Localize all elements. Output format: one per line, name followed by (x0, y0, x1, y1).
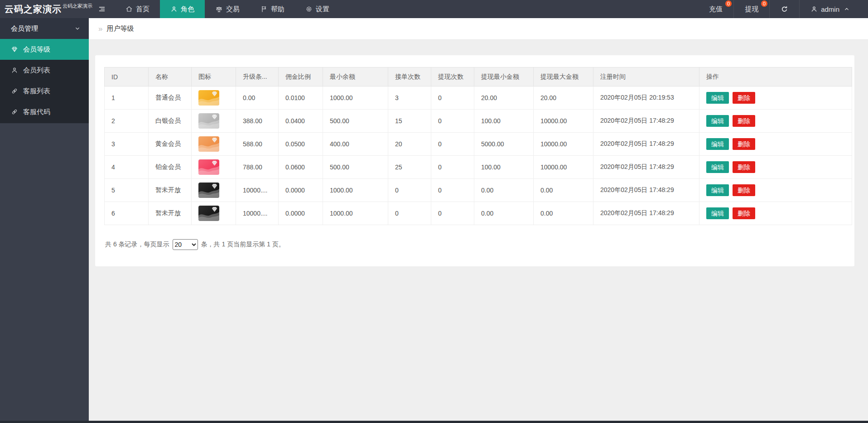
row-min-balance: 500.00 (323, 110, 388, 133)
delete-button[interactable]: 删除 (733, 92, 755, 104)
row-id: 6 (105, 202, 149, 225)
row-actions: 编辑删除 (699, 179, 852, 202)
sidebar-item-service-list[interactable]: 客服列表 (0, 81, 89, 101)
row-reg-time: 2020年02月05日 17:48:29 (593, 133, 699, 156)
scales-icon (215, 5, 223, 13)
sidebar-item-label: 会员等级 (23, 45, 50, 54)
top-nav-item-label: 帮助 (271, 5, 285, 14)
top-nav-item-roles[interactable]: 角色 (160, 0, 205, 18)
topbar-right: 充值0提现0admin (698, 0, 868, 18)
user-icon (11, 67, 18, 74)
row-commission: 0.0000 (279, 202, 323, 225)
row-icon-cell (192, 110, 236, 133)
column-header: 名称 (149, 67, 192, 87)
top-nav-item-settings[interactable]: 设置 (295, 0, 340, 18)
edit-button[interactable]: 编辑 (706, 161, 729, 173)
row-commission: 0.0400 (279, 110, 323, 133)
row-icon-cell (192, 202, 236, 225)
edit-button[interactable]: 编辑 (706, 207, 729, 220)
chevron-up-icon (844, 6, 850, 12)
app-logo: 云码之家演示 云码之家演示 (0, 0, 89, 18)
silver-card-icon (198, 113, 219, 129)
row-name: 白银会员 (149, 110, 192, 133)
sidebar-group-member-management[interactable]: 会员管理 (0, 18, 89, 39)
topbar-item-withdraw[interactable]: 提现0 (733, 0, 769, 18)
top-nav-item-label: 设置 (316, 5, 329, 14)
topbar-item-label: admin (821, 5, 839, 13)
delete-button[interactable]: 删除 (733, 207, 755, 220)
row-order-count: 15 (388, 110, 431, 133)
row-reg-time: 2020年02月05日 17:48:29 (593, 110, 699, 133)
row-name: 黄金会员 (149, 133, 192, 156)
row-withdraw-count: 0 (431, 202, 474, 225)
topbar-item-refresh[interactable] (769, 0, 799, 18)
logo-text: 云码之家演示 (5, 3, 62, 15)
topbar-item-admin[interactable]: admin (799, 0, 861, 18)
sidebar-item-label: 客服列表 (23, 87, 50, 96)
black-card-icon (198, 183, 219, 198)
row-id: 4 (105, 156, 149, 179)
row-withdraw-count: 0 (431, 87, 474, 110)
table-row: 1普通会员0.000.01001000.003020.0020.002020年0… (105, 87, 852, 110)
row-withdraw-max: 0.00 (534, 179, 593, 202)
row-withdraw-count: 0 (431, 133, 474, 156)
row-withdraw-max: 10000.00 (534, 156, 593, 179)
row-withdraw-count: 0 (431, 110, 474, 133)
top-nav-item-help[interactable]: 帮助 (250, 0, 295, 18)
table-row: 5暂未开放10000....0.00001000.00000.000.00202… (105, 179, 852, 202)
row-withdraw-max: 0.00 (534, 202, 593, 225)
column-header: 升级条... (236, 67, 279, 87)
sidebar-item-member-level[interactable]: 会员等级 (0, 39, 89, 60)
row-order-count: 0 (388, 179, 431, 202)
row-icon-cell (192, 156, 236, 179)
sidebar-item-service-code[interactable]: 客服代码 (0, 101, 89, 122)
row-id: 1 (105, 87, 149, 110)
row-name: 铂金会员 (149, 156, 192, 179)
gem-icon (11, 46, 18, 53)
row-withdraw-count: 0 (431, 179, 474, 202)
row-name: 普通会员 (149, 87, 192, 110)
edit-button[interactable]: 编辑 (706, 92, 729, 104)
edit-button[interactable]: 编辑 (706, 115, 729, 127)
row-commission: 0.0100 (279, 87, 323, 110)
row-order-count: 20 (388, 133, 431, 156)
row-reg-time: 2020年02月05日 17:48:29 (593, 156, 699, 179)
row-icon-cell (192, 87, 236, 110)
row-min-balance: 1000.00 (323, 202, 388, 225)
row-withdraw-count: 0 (431, 156, 474, 179)
notification-badge: 0 (725, 0, 732, 7)
top-nav-item-trades[interactable]: 交易 (205, 0, 250, 18)
table-row: 3黄金会员588.000.0500400.002005000.0010000.0… (105, 133, 852, 156)
row-name: 暂未开放 (149, 202, 192, 225)
row-withdraw-min: 100.00 (474, 110, 534, 133)
topbar-item-recharge[interactable]: 充值0 (698, 0, 733, 18)
top-nav-item-home[interactable]: 首页 (115, 0, 160, 18)
row-reg-time: 2020年02月05日 20:19:53 (593, 87, 699, 110)
column-header: 操作 (699, 67, 852, 87)
delete-button[interactable]: 删除 (733, 138, 755, 150)
edit-button[interactable]: 编辑 (706, 184, 729, 197)
sidebar-item-member-list[interactable]: 会员列表 (0, 60, 89, 81)
column-header: 注册时间 (593, 67, 699, 87)
link-icon (11, 87, 18, 95)
delete-button[interactable]: 删除 (733, 161, 755, 173)
edit-button[interactable]: 编辑 (706, 138, 729, 150)
row-upgrade: 788.00 (236, 156, 279, 179)
link-icon (11, 108, 18, 115)
pagination-info: 条，共 1 页当前显示第 1 页。 (201, 240, 285, 249)
column-header: ID (105, 67, 149, 87)
row-actions: 编辑删除 (699, 133, 852, 156)
row-commission: 0.0000 (279, 179, 323, 202)
page-size-select[interactable]: 20 (173, 239, 198, 250)
sidebar-toggle-button[interactable] (89, 0, 115, 18)
delete-button[interactable]: 删除 (733, 115, 755, 127)
gear-icon (305, 5, 313, 13)
bottom-edge-bar (0, 421, 868, 423)
sidebar-menu: 会员等级会员列表客服列表客服代码 (0, 39, 89, 123)
delete-button[interactable]: 删除 (733, 184, 755, 197)
row-withdraw-min: 5000.00 (474, 133, 534, 156)
flag-icon (260, 5, 268, 13)
black-card-icon (198, 206, 219, 221)
row-upgrade: 10000.... (236, 179, 279, 202)
table-header-row: ID名称图标升级条...佣金比例最小余额接单次数提现次数提现最小金额提现最大金额… (105, 67, 852, 87)
